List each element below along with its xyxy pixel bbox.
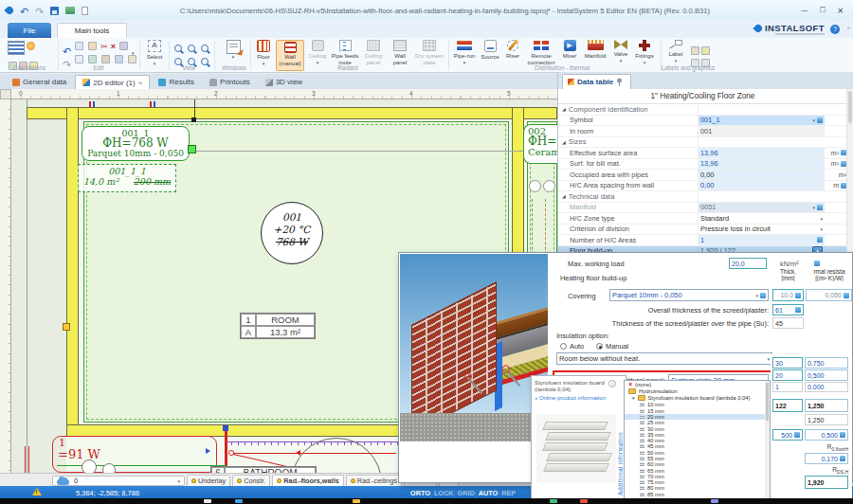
remote-connection-button[interactable]: Remote connection — [524, 40, 558, 65]
overall-thickness-input[interactable]: 61 — [772, 304, 804, 315]
warning-icon[interactable] — [32, 488, 42, 495]
save-icon[interactable] — [50, 7, 59, 15]
pin-icon[interactable] — [616, 78, 623, 86]
wall-top[interactable] — [27, 107, 557, 119]
hc-area-label[interactable]: 001_1_1 14,0 m² 200 mm — [78, 164, 176, 192]
row-area-spacing[interactable]: H/C Area spacing from wall 0,00 m — [558, 181, 847, 192]
pipe-run-button[interactable]: Pipe-run — [451, 40, 478, 65]
horizontal-ruler[interactable]: 0 1 2 3 4 5 — [11, 89, 557, 99]
ceiling-button[interactable]: Ceiling — [305, 40, 330, 65]
redo-icon[interactable] — [35, 2, 44, 19]
app-icon[interactable] — [4, 5, 14, 15]
dry-system-plate-button[interactable]: Dry system plate — [413, 40, 445, 65]
tab-printouts[interactable]: Printouts — [203, 75, 257, 89]
section-sizes[interactable]: Sizes — [558, 137, 847, 149]
minimize-button[interactable] — [801, 5, 808, 16]
ceiling-panel-button[interactable]: Ceiling panel — [360, 40, 387, 65]
tab-general-data[interactable]: General data — [6, 75, 73, 89]
zone-label-handle[interactable] — [188, 145, 196, 153]
tree-item-none[interactable]: (none) — [625, 381, 770, 387]
calculate-icon[interactable] — [8, 41, 25, 55]
taskbar-icon[interactable] — [235, 499, 243, 503]
mode-grid[interactable]: GRID — [454, 489, 475, 497]
collapse-ribbon-icon[interactable] — [847, 26, 850, 32]
layer-tab-rad-floors-walls[interactable]: Rad.-floors,walls — [272, 475, 343, 487]
dropdown-arrow-icon[interactable] — [820, 214, 823, 223]
product-info-link[interactable]: » Online product information — [535, 395, 623, 401]
rotate-icon[interactable] — [88, 55, 97, 63]
mode-orto[interactable]: ORTO — [410, 489, 430, 497]
maximize-button[interactable] — [820, 5, 825, 16]
tree-scrollbar[interactable] — [765, 381, 770, 499]
wall-left[interactable] — [66, 107, 79, 429]
info-badge-icon[interactable]: i — [608, 380, 616, 387]
row-zone-type[interactable]: H/C Zone type Standard — [558, 213, 847, 225]
vertical-ruler[interactable] — [0, 99, 11, 473]
row-manifold[interactable]: Manifold 0051 — [558, 203, 847, 214]
row-symbol[interactable]: Symbol 001_1 — [558, 116, 847, 127]
dropdown-arrow-icon[interactable] — [812, 116, 815, 124]
taskbar-icon[interactable] — [550, 499, 557, 503]
zoom-selection-icon[interactable] — [201, 45, 210, 54]
mode-auto[interactable]: AUTO — [475, 489, 498, 497]
windows-button[interactable] — [218, 40, 248, 61]
align-icon[interactable] — [119, 42, 128, 50]
mode-rep[interactable]: REP — [498, 489, 516, 497]
pipe-feeds-route-button[interactable]: Pipe feeds route — [331, 40, 359, 65]
tree-item-styrofoam-parent[interactable]: ▾Styrofoam insulation board (lambda 0,04… — [625, 395, 770, 402]
taskbar-icon[interactable] — [353, 499, 360, 503]
tab-main-tools[interactable]: Main tools — [57, 23, 127, 38]
scale-icon[interactable] — [115, 55, 123, 63]
covering-thickness-cell[interactable]: 10,0 — [772, 289, 804, 301]
undo-icon[interactable] — [20, 2, 28, 19]
tree-item-hydroinsulation[interactable]: Hydroinsulation — [625, 387, 770, 394]
mixer-button[interactable]: ▶ Mixer — [559, 40, 580, 60]
valve-button[interactable]: Valve — [610, 40, 631, 63]
room-001-table-label[interactable]: 1 ROOM A 13,3 m² — [240, 313, 316, 339]
wall-manual-button[interactable]: Wall (manual) — [276, 40, 304, 71]
group-icon[interactable] — [128, 55, 136, 63]
riser-button[interactable]: Riser — [502, 40, 523, 60]
section-technical-data[interactable]: Technical data — [558, 191, 847, 203]
open-icon[interactable] — [65, 7, 75, 14]
max-load-input[interactable]: 20,0 — [729, 258, 767, 269]
row-num-areas[interactable]: Number of H/C Areas 1 — [558, 235, 847, 246]
row-effective-area[interactable]: Effective surface area 13,96 m² — [558, 148, 847, 159]
radio-manual[interactable]: Manual — [596, 342, 628, 351]
red-zone-label[interactable]: 1 =91 W — [52, 436, 217, 473]
close-button[interactable] — [838, 5, 844, 16]
tab-2d-editor[interactable]: 2D editor (1) — [75, 75, 150, 89]
fittings-button[interactable]: Fittings — [632, 40, 657, 65]
move-icon[interactable] — [101, 55, 110, 63]
label-button[interactable]: Label — [664, 40, 687, 63]
layer-tab-constr[interactable]: Constr. — [232, 475, 270, 487]
row-occupied-area[interactable]: Occupied area with pipes 0,00 m² — [558, 170, 847, 181]
manifold-button[interactable]: Manifold — [581, 40, 609, 60]
select-button[interactable]: A Select — [142, 40, 167, 66]
storey-selector[interactable]: 0 — [52, 476, 185, 486]
row-criterion[interactable]: Criterion of division Pressure loss in c… — [558, 225, 847, 236]
layer-tab-rad-ceilings[interactable]: Rad.-ceilings — [346, 475, 402, 487]
file-tab[interactable]: File — [8, 23, 51, 38]
zone-001-label[interactable]: 001_1 ΦH=768 W Parquet 10mm - 0,050 — [82, 126, 190, 161]
tab-3d-view[interactable]: 3D view — [259, 75, 309, 89]
insulation-tree-dropdown[interactable]: (none) Hydroinsulation ▾Styrofoam insula… — [624, 380, 771, 499]
row-in-room[interactable]: In room 001 — [558, 126, 847, 137]
taskbar-icon[interactable] — [711, 499, 718, 503]
room-below-dropdown[interactable]: Room below without heat. — [556, 352, 772, 365]
section-component-identification[interactable]: Component identification — [558, 104, 847, 116]
row-bill-area[interactable]: Surf. for bill mat. 13,96 m² — [558, 159, 847, 171]
help-icon[interactable] — [830, 25, 840, 34]
wall-node-handle[interactable] — [191, 117, 196, 122]
paste-icon[interactable] — [88, 42, 97, 50]
cooling-calc-icon[interactable] — [27, 42, 35, 50]
taskbar-icon[interactable] — [580, 499, 588, 503]
wall-panel-button[interactable]: Wall panel — [388, 40, 412, 65]
tab-results[interactable]: Results — [152, 75, 201, 89]
mirror-icon[interactable] — [75, 55, 83, 63]
mode-lock[interactable]: LOCK — [430, 489, 454, 497]
windows-taskbar[interactable] — [0, 498, 853, 504]
taskbar-icon[interactable] — [204, 499, 211, 503]
additional-information-tab[interactable]: Additional information — [617, 432, 624, 495]
zoom-out-icon[interactable] — [188, 45, 197, 54]
